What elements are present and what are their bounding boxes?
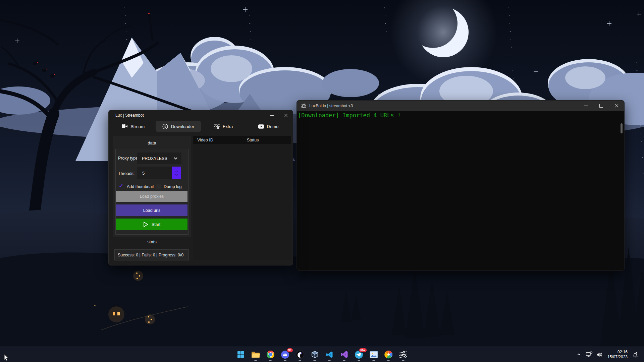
console-window-title: LuxBot.io | streambot <3 [309,104,353,108]
load-proxies-button[interactable]: Load proxies [116,191,187,202]
visual-studio-icon [340,350,348,359]
tab-demo-label: Demo [267,124,279,129]
lux-streambot-window: Lux | Streambot Stream Downloader Extra … [108,110,293,265]
console-scrollbar[interactable] [620,113,623,267]
tab-demo[interactable]: Demo [246,121,291,132]
add-thumbnail-checkbox[interactable]: ✓ Add thumbnail [119,184,154,189]
console-body[interactable]: [Downloader] Imported 4 URLs ! [297,111,624,270]
running-indicator [299,360,301,361]
running-indicator [402,360,405,361]
data-panel-body: Proxy type: PROXYLESS Threads: 5 ✓ Add t… [115,149,189,235]
notification-center-button[interactable] [631,347,639,362]
desktop: Lux | Streambot Stream Downloader Extra … [0,0,644,362]
mouse-cursor [4,354,10,362]
console-close-button[interactable] [609,101,624,111]
running-indicator [358,360,360,361]
bell-sleep-icon [632,351,639,358]
load-urls-label: Load urls [143,208,160,213]
running-indicator [387,360,390,361]
table-header: Video ID Status [193,136,291,144]
discord-badge: 9+ [287,348,293,353]
taskbar-visual-studio[interactable] [337,348,351,361]
data-panel-title: data [113,136,191,145]
play-outline-icon [143,222,148,227]
taskbar-pinwheel-app[interactable] [382,348,395,361]
taskbar-virtualbox[interactable] [308,348,321,361]
minimize-icon [270,115,274,116]
taskbar-file-explorer[interactable] [249,348,262,361]
load-urls-button[interactable]: Load urls [116,204,187,216]
threads-spinner[interactable] [172,167,181,179]
stats-panel-title: stats [113,239,191,244]
console-titlebar[interactable]: LuxBot.io | streambot <3 [297,101,624,111]
tray-volume-button[interactable] [596,347,604,362]
console-log-line: [Downloader] Imported 4 URLs ! [297,111,624,119]
crescent-moon [418,7,469,57]
threads-value: 5 [142,171,145,176]
taskbar-discord[interactable]: 9+ [278,348,292,361]
stats-panel: stats Success: 0 | Fails: 0 | Progress: … [113,239,191,261]
tray-overflow-button[interactable] [575,347,583,362]
load-proxies-label: Load proxies [140,194,164,199]
windows-start-icon [237,351,245,358]
taskbar-photos[interactable] [367,348,380,361]
lux-minimize-button[interactable] [265,110,279,120]
running-indicator [373,360,375,361]
data-panel: data Proxy type: PROXYLESS Threads: 5 [113,136,191,237]
checkbox-row: ✓ Add thumbnail ✓ Dump log [116,184,188,190]
taskbar-start-button[interactable] [234,348,248,361]
tab-downloader-label: Downloader [171,124,194,129]
play-badge-icon [258,124,264,129]
pinwheel-app-icon [384,350,393,359]
results-table[interactable]: Video ID Status [193,136,291,260]
video-camera-icon [122,124,127,129]
scrollbar-thumb[interactable] [621,123,623,133]
column-status: Status [247,138,259,142]
close-icon [284,114,288,117]
console-maximize-button[interactable] [593,101,609,111]
virtualbox-icon [311,350,319,359]
proxy-type-select[interactable]: PROXYLESS [137,153,181,164]
proxy-type-label: Proxy type: [118,156,139,161]
threads-input[interactable]: 5 [137,167,172,179]
console-minimize-button[interactable] [578,101,593,111]
threads-label: Threads: [118,171,135,176]
luxbot-console-window: LuxBot.io | streambot <3 [Downloader] Im… [297,100,625,271]
tray-network-button[interactable] [585,347,593,362]
running-indicator [314,360,316,361]
taskbar-chrome[interactable] [264,348,277,361]
spinner-up-icon [175,171,178,172]
running-indicator [328,360,331,361]
close-icon [615,104,619,108]
tab-extra[interactable]: Extra [201,121,246,132]
tab-stream-label: Stream [130,124,145,129]
taskbar-clock[interactable]: 02:16 15/07/2023 [607,350,628,360]
download-circle-icon [162,124,168,129]
dump-log-label: Dump log [164,184,182,189]
taskbar-vscode[interactable] [323,348,336,361]
lux-window-title: Lux | Streambot [109,113,144,118]
chevron-down-icon [174,157,177,160]
start-label: Start [152,222,160,227]
start-button[interactable]: Start [116,219,187,230]
minimize-icon [584,106,588,106]
tab-stream[interactable]: Stream [111,121,156,132]
taskbar-luxbot[interactable] [396,348,410,361]
photos-icon [370,351,378,358]
lux-titlebar[interactable]: Lux | Streambot [109,110,293,120]
stats-summary: Success: 0 | Fails: 0 | Progress: 0/0 [114,249,189,260]
chevron-up-icon [576,352,581,357]
column-video-id: Video ID [193,138,247,142]
network-icon [586,351,593,358]
lux-close-button[interactable] [279,110,293,120]
dump-log-checkbox[interactable]: ✓ Dump log [156,184,182,189]
taskbar-moon-app[interactable] [293,348,307,361]
file-explorer-icon [251,351,260,358]
taskbar-telegram[interactable]: 657 [352,348,366,361]
checkbox-box: ✓ [156,184,161,189]
telegram-badge: 657 [359,348,367,353]
volume-icon [596,352,603,358]
luxbot-app-icon [301,103,306,109]
tab-downloader[interactable]: Downloader [156,121,201,132]
moon-app-icon [296,350,304,359]
